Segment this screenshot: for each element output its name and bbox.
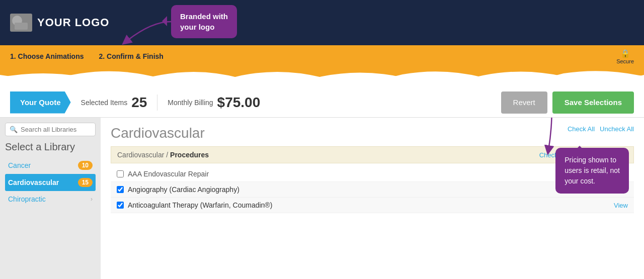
quote-bar: Your Quote Selected Items 25 Monthly Bil… (0, 87, 644, 118)
view-anticoagulant[interactable]: View (614, 202, 628, 209)
cancer-badge: 10 (78, 161, 93, 170)
save-selections-button[interactable]: Save Selections (552, 91, 634, 114)
top-uncheck-all[interactable]: Uncheck All (600, 125, 634, 133)
checkbox-angiography[interactable] (117, 186, 124, 193)
wave-separator (0, 67, 644, 87)
sidebar-item-chiropractic[interactable]: Chiropractic › (5, 191, 96, 207)
content-area: Cardiovascular Check All Uncheck All Car… (101, 118, 644, 279)
subsection-title: Cardiovascular / Procedures (117, 151, 209, 159)
procedure-label-angiography: Angiography (Cardiac Angiography) (128, 185, 239, 194)
billing-section: Monthly Billing $75.00 (168, 95, 501, 111)
billing-amount: $75.00 (217, 95, 261, 111)
sidebar: 🔍 Select a Library Cancer 10 Cardiovascu… (0, 118, 101, 279)
selected-items-section: Selected Items 25 (81, 95, 158, 111)
pricing-callout: Pricing shown to users is retail, not yo… (555, 148, 629, 194)
logo-icon (10, 14, 32, 32)
procedure-label-aaa: AAA Endovascular Repair (128, 170, 209, 178)
checkbox-anticoagulant[interactable] (117, 202, 124, 209)
search-icon: 🔍 (10, 126, 18, 133)
nav-bar: 1. Choose Animations 2. Confirm & Finish… (0, 45, 644, 67)
wave-svg (0, 67, 644, 87)
nav-secure: 🔒 Secure (616, 49, 634, 64)
quote-actions: Revert Save Selections (501, 91, 634, 114)
sidebar-item-cardiovascular[interactable]: Cardiovascular 15 (5, 174, 96, 191)
library-title: Select a Library (5, 141, 96, 153)
cardiovascular-badge: 15 (78, 178, 93, 187)
main-content: 🔍 Select a Library Cancer 10 Cardiovascu… (0, 118, 644, 279)
search-input[interactable] (21, 126, 91, 133)
section-title: Cardiovascular (111, 125, 205, 141)
logo-area: YOUR LOGO (10, 14, 109, 32)
selected-items-label: Selected Items (81, 99, 128, 107)
content-header: Cardiovascular Check All Uncheck All (111, 125, 634, 141)
logo-text: YOUR LOGO (37, 16, 109, 29)
checkbox-aaa[interactable] (117, 170, 124, 177)
billing-label: Monthly Billing (168, 99, 213, 107)
revert-button[interactable]: Revert (501, 91, 547, 114)
branded-callout: Branded with your logo (171, 5, 237, 38)
your-quote-badge: Your Quote (10, 91, 71, 114)
chiropractic-label: Chiropractic (8, 195, 46, 203)
nav-step1[interactable]: 1. Choose Animations (10, 52, 84, 60)
app-header: YOUR LOGO Branded with your logo (0, 0, 644, 45)
procedure-label-anticoagulant: Anticoagulant Therapy (Warfarin, Coumadi… (128, 201, 272, 209)
lock-icon: 🔒 (620, 49, 630, 58)
top-check-all[interactable]: Check All (568, 125, 595, 133)
search-box[interactable]: 🔍 (5, 123, 96, 136)
selected-items-count: 25 (131, 95, 147, 111)
top-check-actions: Check All Uncheck All (568, 125, 634, 133)
procedure-item-anticoagulant: Anticoagulant Therapy (Warfarin, Coumadi… (111, 198, 634, 213)
sidebar-item-cancer[interactable]: Cancer 10 (5, 157, 96, 174)
nav-step2[interactable]: 2. Confirm & Finish (99, 52, 164, 60)
chevron-right-icon: › (91, 196, 93, 203)
cardiovascular-label: Cardiovascular (8, 178, 59, 187)
cancer-label: Cancer (8, 161, 31, 169)
